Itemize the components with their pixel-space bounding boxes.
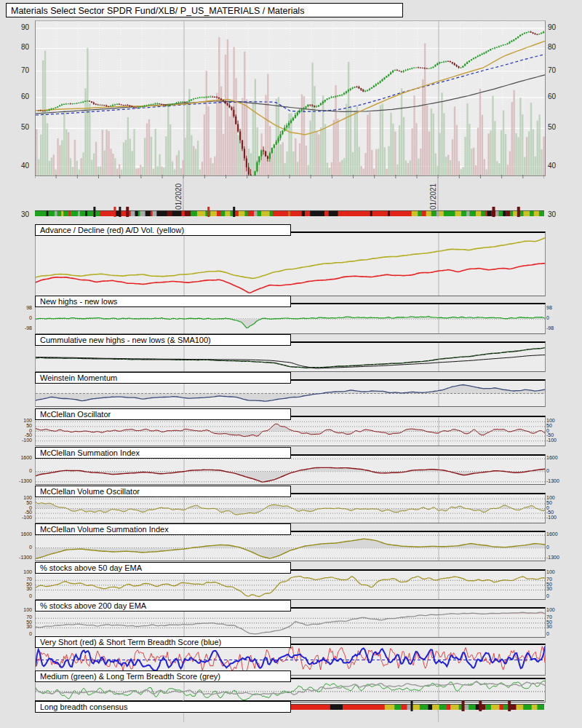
axis-label: 98 xyxy=(4,305,32,310)
axis-label: 0 xyxy=(546,545,578,550)
pct-above-50ema-plot xyxy=(35,569,546,600)
panel-title: McClellan Summation Index xyxy=(35,447,291,459)
axis-label: 100 xyxy=(546,607,578,612)
panel-weinstein-momentum: Weinstein Momentum xyxy=(35,379,544,405)
axis-label: 40 xyxy=(3,162,29,170)
axis-label: 0 xyxy=(4,315,32,320)
axis-label: 0 xyxy=(546,593,578,598)
axis-label: 50 xyxy=(548,123,577,131)
axis-label: -100 xyxy=(4,438,32,443)
panel-title: McClellan Oscillator xyxy=(35,408,291,420)
axis-label: 0 xyxy=(4,593,32,598)
panel-title: % stocks above 50 day EMA xyxy=(35,562,291,574)
axis-label: -100 xyxy=(546,515,578,520)
axis-label: 1600 xyxy=(4,455,32,460)
axis-label: 0 xyxy=(546,631,578,636)
axis-label: 80 xyxy=(548,43,577,51)
axis-label: -98 xyxy=(4,325,32,331)
page-title: Materials Select Sector SPDR Fund/XLB/ P… xyxy=(6,3,403,17)
axis-label: -1300 xyxy=(546,478,578,483)
panel-title: New highs - new lows xyxy=(35,296,291,307)
axis-label: -1300 xyxy=(4,478,32,483)
axis-label: 30 xyxy=(546,624,578,629)
panel-cumulative-nh-nl: Cummulative new highs - new lows (& SMA1… xyxy=(35,341,544,370)
panel-mcclellan-summation: McClellan Summation Index 1600160000-130… xyxy=(35,454,544,483)
axis-label: 90 xyxy=(3,23,29,31)
advance-decline-plot xyxy=(35,232,546,296)
panel-pct-above-200ema: % stocks above 200 day EMA 1001007070505… xyxy=(35,607,544,636)
axis-label: 0 xyxy=(4,545,32,550)
date-label: 01/2021 xyxy=(429,176,437,210)
axis-label: 40 xyxy=(548,162,577,170)
axis-label: 1600 xyxy=(4,531,32,537)
axis-label: 70 xyxy=(3,66,29,74)
mcclellan-volume-oscillator-plot xyxy=(35,493,546,523)
axis-label: 100 xyxy=(546,569,578,574)
panel-title: % stocks above 200 day EMA xyxy=(35,600,291,612)
axis-label: 100 xyxy=(4,569,32,574)
axis-label: 0 xyxy=(546,315,578,320)
panel-short-term-breadth: Very Short (red) & Short Term Breadth Sc… xyxy=(35,644,544,673)
axis-label: -1300 xyxy=(546,555,578,560)
axis-label: -98 xyxy=(546,325,578,331)
axis-label: 30 xyxy=(4,624,32,629)
panel-advance-decline: Advance / Decline (red) A/D Vol. (yellow… xyxy=(35,232,544,294)
axis-label: 80 xyxy=(3,43,29,51)
panel-title: Cummulative new highs - new lows (& SMA1… xyxy=(35,334,291,346)
panel-title: McClellan Volume Summation Index xyxy=(35,523,291,535)
axis-label: 60 xyxy=(3,92,29,100)
axis-label: 60 xyxy=(548,92,577,100)
panel-title: Long breadth consensus xyxy=(35,701,291,713)
panel-title: Advance / Decline (red) A/D Vol. (yellow… xyxy=(35,224,291,236)
cumulative-nh-nl-plot xyxy=(35,341,546,372)
axis-label: 1600 xyxy=(546,531,578,537)
panel-pct-above-50ema: % stocks above 50 day EMA 10010070705050… xyxy=(35,569,544,598)
date-label: 01/2020 xyxy=(175,176,183,210)
axis-label: -100 xyxy=(4,515,32,520)
mcclellan-volume-summation-plot xyxy=(35,531,546,561)
panel-title: Medium (green) & Long Term Breadth Score… xyxy=(35,670,291,682)
chart-workspace: Materials Select Sector SPDR Fund/XLB/ P… xyxy=(0,0,582,728)
panel-mcclellan-volume-summation: McClellan Volume Summation Index 1600160… xyxy=(35,531,544,559)
date-axis xyxy=(35,175,544,210)
axis-label: -100 xyxy=(546,438,578,443)
axis-label: 98 xyxy=(546,305,578,310)
axis-label: 0 xyxy=(546,468,578,473)
axis-label: 0 xyxy=(4,468,32,473)
axis-label: 30 xyxy=(546,586,578,591)
axis-label: 30 xyxy=(4,586,32,591)
mcclellan-oscillator-plot xyxy=(35,416,546,446)
pct-above-200ema-plot xyxy=(35,607,546,638)
panel-mcclellan-oscillator: McClellan Oscillator 100100505000-50-50-… xyxy=(35,416,544,444)
axis-label: -1300 xyxy=(4,555,32,560)
panel-new-highs-lows: New highs - new lows 989800-98-98 xyxy=(35,303,544,332)
signal-strip-top xyxy=(35,206,544,218)
panel-mcclellan-volume-oscillator: McClellan Volume Oscillator 100100505000… xyxy=(35,493,544,521)
axis-label: 30 xyxy=(3,210,29,218)
panel-title: Very Short (red) & Short Term Breadth Sc… xyxy=(35,636,291,648)
new-highs-lows-plot xyxy=(35,303,546,334)
axis-label: 70 xyxy=(548,66,577,74)
panel-title: McClellan Volume Oscillator xyxy=(35,486,291,497)
mcclellan-summation-plot xyxy=(35,454,546,485)
axis-label: 50 xyxy=(3,123,29,131)
panel-title: Weinstein Momentum xyxy=(35,372,291,384)
price-volume-chart xyxy=(35,20,546,176)
panel-medium-long-breadth: Medium (green) & Long Term Breadth Score… xyxy=(35,678,544,700)
axis-label: 1600 xyxy=(546,455,578,460)
axis-label: 90 xyxy=(548,23,577,31)
axis-label: 100 xyxy=(4,607,32,612)
axis-label: 0 xyxy=(4,631,32,636)
axis-label: 30 xyxy=(548,210,577,218)
gridline xyxy=(438,711,439,722)
